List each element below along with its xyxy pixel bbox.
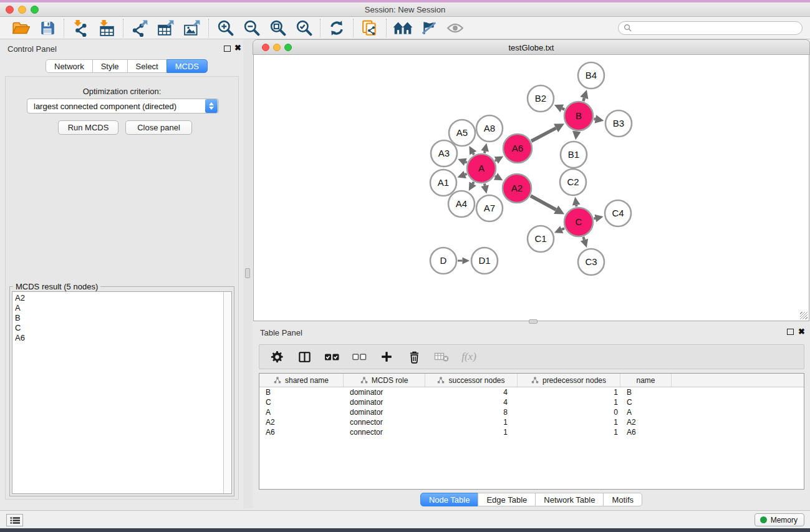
memory-button[interactable]: Memory	[755, 513, 804, 526]
column-header-MCDS-role[interactable]: MCDS role	[344, 374, 425, 387]
delete-column-button[interactable]	[405, 348, 423, 365]
result-item[interactable]: B	[12, 313, 231, 323]
export-network-button[interactable]	[130, 19, 150, 37]
table-cell: 4	[425, 387, 518, 397]
search-input[interactable]	[635, 24, 797, 32]
column-header-successor-nodes[interactable]: successor nodes	[425, 374, 518, 387]
save-button[interactable]	[37, 19, 57, 37]
network-splitter-handle[interactable]	[529, 319, 538, 324]
open-file-button[interactable]	[11, 19, 31, 37]
table-row[interactable]: Adominator80A	[259, 407, 804, 417]
edge-A-A7[interactable]	[485, 183, 485, 185]
import-table-button[interactable]	[97, 19, 117, 37]
table-panel-close-icon[interactable]: ✖	[798, 327, 805, 336]
split-view-icon	[297, 350, 312, 364]
hide-details-button[interactable]	[419, 19, 439, 37]
select-all-button[interactable]	[323, 348, 340, 365]
deselect-all-button[interactable]	[350, 348, 368, 365]
node-label-A1: A1	[438, 177, 449, 188]
node-label-B: B	[576, 110, 582, 121]
edge-A-A1[interactable]	[465, 174, 467, 175]
tab-network[interactable]: Network	[46, 59, 93, 73]
show-details-button[interactable]	[445, 19, 465, 37]
tab-mcds[interactable]: MCDS	[166, 59, 208, 73]
table-panel-title: Table Panel	[260, 328, 302, 337]
table-cell: connector	[344, 427, 425, 437]
network-canvas[interactable]: ABCA2A6A1A3A4A5A7A8B1B2B3B4C1C2C3C4DD1	[253, 55, 809, 321]
tab-style[interactable]: Style	[92, 59, 128, 73]
run-mcds-button[interactable]: Run MCDS	[58, 120, 118, 135]
network-window-titlebar[interactable]: testGlobe.txt	[253, 39, 810, 55]
edge-A6-B[interactable]	[531, 128, 556, 141]
column-header-shared-name[interactable]: shared name	[259, 374, 344, 387]
splitter-handle[interactable]	[245, 268, 250, 278]
tab-node-table[interactable]: Node Table	[420, 493, 479, 506]
settings-button[interactable]	[268, 348, 286, 365]
split-view-button[interactable]	[296, 348, 313, 365]
export-image-button[interactable]	[182, 19, 202, 37]
node-label-D: D	[440, 255, 447, 266]
result-item[interactable]: A2	[12, 293, 231, 303]
first-neighbors-icon	[393, 21, 413, 36]
export-table-button[interactable]	[156, 19, 176, 37]
open-file-icon	[12, 20, 31, 36]
node-label-C3: C3	[585, 256, 597, 267]
zoom-in-icon	[217, 19, 234, 36]
add-column-button[interactable]	[378, 348, 395, 365]
network-graph[interactable]: ABCA2A6A1A3A4A5A7A8B1B2B3B4C1C2C3C4DD1	[254, 55, 810, 321]
close-panel-button[interactable]: Close panel	[125, 120, 192, 135]
zoom-in-button[interactable]	[215, 19, 235, 37]
table-row[interactable]: A2connector11A2	[259, 417, 804, 427]
export-network-icon	[131, 19, 148, 37]
result-scrollbar[interactable]	[223, 292, 231, 493]
node-label-C2: C2	[567, 177, 579, 187]
result-item[interactable]: A	[12, 303, 231, 313]
edge-B-B4[interactable]	[583, 98, 584, 101]
result-item[interactable]: A6	[12, 333, 231, 343]
tab-motifs[interactable]: Motifs	[603, 493, 642, 506]
result-item[interactable]: C	[12, 323, 231, 333]
control-panel-close-icon[interactable]: ✖	[234, 43, 241, 52]
edge-A-A8[interactable]	[485, 151, 485, 153]
import-network-button[interactable]	[70, 19, 90, 37]
table-panel-float-button[interactable]	[787, 329, 794, 335]
tab-network-table[interactable]: Network Table	[535, 493, 604, 506]
zoom-selected-button[interactable]	[294, 19, 314, 37]
node-table[interactable]: shared nameMCDS rolesuccessor nodesprede…	[259, 373, 804, 490]
zoom-out-button[interactable]	[241, 19, 261, 37]
refresh-button[interactable]	[327, 19, 347, 37]
edge-A-A2[interactable]	[495, 176, 496, 177]
column-header-name[interactable]: name	[620, 374, 672, 387]
toolbar-group	[64, 19, 123, 37]
edge-A-A5[interactable]	[473, 153, 474, 155]
tab-select[interactable]: Select	[127, 59, 167, 73]
control-panel-float-button[interactable]	[224, 46, 231, 52]
mcds-result-list[interactable]: A2ABCA6	[12, 291, 232, 494]
edge-C-C4[interactable]	[594, 218, 595, 219]
zoom-fit-button[interactable]	[268, 19, 287, 37]
edge-A-A3[interactable]	[465, 162, 466, 163]
edge-A-A4[interactable]	[473, 182, 474, 184]
clone-network-button[interactable]	[360, 19, 380, 37]
edge-B-B2[interactable]	[562, 109, 564, 110]
deselect-all-icon	[352, 353, 367, 361]
table-tabs: Node TableEdge TableNetwork TableMotifs	[253, 493, 810, 506]
tab-edge-table[interactable]: Edge Table	[478, 493, 536, 506]
panel-splitter[interactable]	[243, 39, 253, 508]
criterion-select[interactable]: largest connected component (directed)	[27, 99, 219, 114]
first-neighbors-button[interactable]	[393, 19, 413, 37]
table-row[interactable]: Cdominator41C	[259, 397, 804, 407]
column-header-predecessor-nodes[interactable]: predecessor nodes	[518, 374, 620, 387]
table-cell: C	[259, 397, 344, 407]
edge-A-A6[interactable]	[495, 160, 496, 161]
table-row[interactable]: Bdominator41B	[259, 387, 804, 397]
table-row[interactable]: A6connector11A6	[259, 427, 804, 437]
task-history-button[interactable]	[6, 514, 23, 526]
column-label: predecessor nodes	[542, 376, 606, 385]
edge-A2-C[interactable]	[531, 196, 556, 210]
edge-C-C1[interactable]	[562, 228, 564, 230]
toolbar-groups	[5, 19, 471, 37]
search-field[interactable]	[618, 21, 803, 35]
window-resize-grip[interactable]	[800, 312, 808, 319]
edge-C-C3[interactable]	[583, 237, 584, 240]
